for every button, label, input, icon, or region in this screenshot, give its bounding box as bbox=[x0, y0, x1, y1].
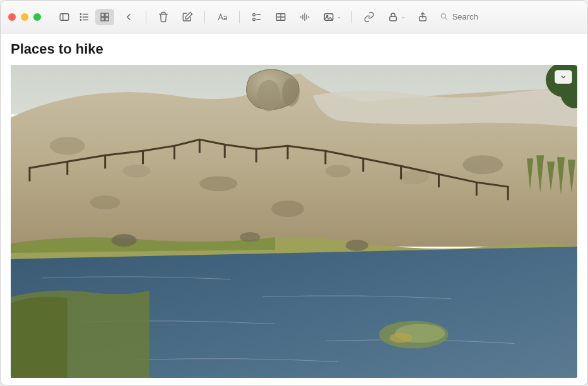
svg-point-62 bbox=[346, 240, 368, 251]
sidebar-toggle-button[interactable] bbox=[55, 9, 74, 25]
svg-point-41 bbox=[271, 201, 304, 217]
svg-point-37 bbox=[326, 165, 351, 177]
search-icon bbox=[440, 12, 449, 21]
media-group: ⌄ bbox=[319, 9, 344, 25]
share-icon bbox=[417, 11, 428, 23]
separator bbox=[239, 11, 240, 23]
svg-rect-9 bbox=[105, 13, 109, 16]
svg-rect-8 bbox=[101, 13, 104, 16]
svg-point-59 bbox=[390, 333, 413, 343]
svg-point-33 bbox=[282, 79, 300, 107]
media-button[interactable] bbox=[319, 9, 338, 25]
svg-point-13 bbox=[253, 13, 256, 16]
note-image-attachment[interactable] bbox=[11, 65, 577, 378]
svg-point-60 bbox=[112, 234, 137, 247]
close-window-button[interactable] bbox=[8, 13, 16, 21]
list-view-button[interactable] bbox=[75, 9, 94, 25]
svg-point-34 bbox=[50, 137, 85, 155]
list-icon bbox=[79, 11, 90, 23]
separator bbox=[204, 11, 205, 23]
delete-button[interactable] bbox=[154, 9, 173, 25]
share-button[interactable] bbox=[413, 9, 432, 25]
fullscreen-window-button[interactable] bbox=[33, 13, 41, 21]
svg-rect-27 bbox=[390, 16, 397, 21]
svg-point-35 bbox=[123, 165, 151, 177]
svg-rect-0 bbox=[60, 13, 69, 20]
chevron-down-icon bbox=[560, 73, 567, 81]
gallery-view-button[interactable] bbox=[95, 9, 114, 25]
window-controls bbox=[8, 13, 41, 21]
svg-point-36 bbox=[199, 176, 237, 191]
svg-point-61 bbox=[240, 232, 260, 242]
photo-icon bbox=[323, 11, 334, 23]
image-options-button[interactable] bbox=[555, 70, 572, 84]
audio-button[interactable] bbox=[295, 9, 314, 25]
checklist-button[interactable] bbox=[247, 9, 266, 25]
svg-rect-10 bbox=[101, 17, 104, 20]
trash-icon bbox=[158, 11, 169, 23]
view-toggle-group bbox=[55, 9, 114, 25]
svg-point-15 bbox=[253, 18, 256, 20]
back-button[interactable] bbox=[119, 9, 138, 25]
new-note-button[interactable] bbox=[178, 9, 197, 25]
chevron-left-icon bbox=[123, 11, 134, 23]
typography-icon bbox=[216, 11, 228, 23]
app-window: ⌄ ⌄ Places to hike bbox=[0, 0, 588, 386]
svg-point-5 bbox=[80, 13, 81, 15]
svg-rect-11 bbox=[105, 17, 109, 20]
search-input[interactable] bbox=[452, 12, 580, 21]
svg-point-7 bbox=[80, 19, 81, 20]
search-field[interactable] bbox=[440, 12, 580, 21]
minimize-window-button[interactable] bbox=[21, 13, 28, 21]
link-button[interactable] bbox=[360, 9, 379, 25]
sidebar-icon bbox=[59, 11, 70, 23]
svg-point-32 bbox=[257, 80, 280, 112]
svg-point-6 bbox=[80, 16, 81, 18]
landscape-photo bbox=[11, 65, 577, 378]
chevron-down-icon: ⌄ bbox=[401, 14, 406, 20]
lock-icon bbox=[387, 11, 399, 23]
grid-icon bbox=[99, 11, 110, 23]
lock-button[interactable] bbox=[384, 9, 403, 25]
svg-point-39 bbox=[462, 155, 503, 174]
svg-point-38 bbox=[399, 170, 429, 184]
svg-line-30 bbox=[445, 18, 447, 20]
svg-point-40 bbox=[90, 196, 121, 209]
note-title[interactable]: Places to hike bbox=[11, 41, 577, 57]
checklist-icon bbox=[251, 11, 262, 23]
compose-icon bbox=[182, 11, 193, 23]
separator bbox=[146, 11, 146, 23]
titlebar: ⌄ ⌄ bbox=[1, 1, 587, 33]
lock-group: ⌄ bbox=[384, 9, 408, 25]
table-icon bbox=[275, 11, 286, 23]
chevron-down-icon: ⌄ bbox=[337, 14, 341, 20]
svg-point-29 bbox=[441, 14, 445, 18]
link-icon bbox=[363, 11, 375, 23]
separator bbox=[351, 11, 352, 23]
table-button[interactable] bbox=[271, 9, 290, 25]
note-content: Places to hike bbox=[1, 33, 587, 385]
format-button[interactable] bbox=[213, 9, 232, 25]
waveform-icon bbox=[299, 11, 310, 23]
